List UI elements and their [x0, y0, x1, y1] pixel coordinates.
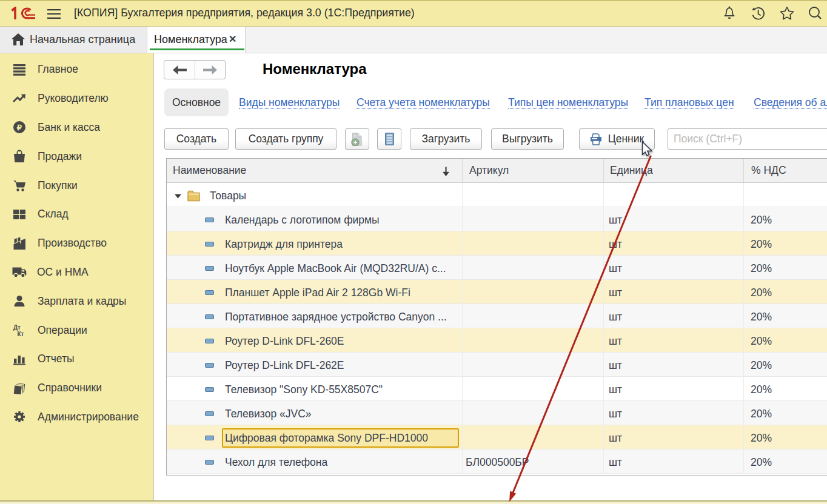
svg-text:Кт: Кт: [18, 331, 24, 337]
svg-text:Дт: Дт: [13, 324, 21, 331]
svg-text:₽: ₽: [17, 123, 22, 132]
